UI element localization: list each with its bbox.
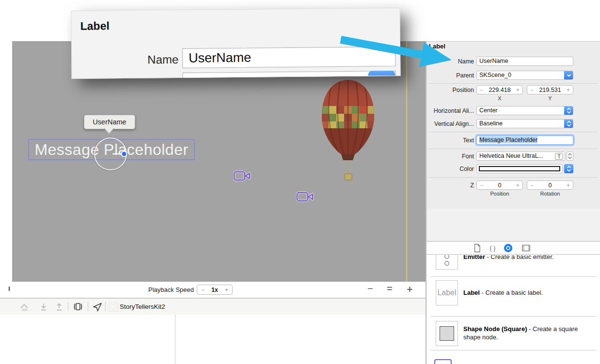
library-item-text: Emitter - Create a basic emitter. <box>463 255 585 261</box>
playback-bar: Playback Speed − 1x + − = + <box>0 282 426 298</box>
parent-dropdown[interactable]: SKScene_0 <box>476 71 573 80</box>
guide-line <box>406 41 407 282</box>
scene-thumbnail-icon <box>109 302 118 312</box>
overlay-name-label: Name <box>130 53 178 67</box>
playback-speed-label: Playback Speed <box>136 286 194 293</box>
x-caption: X <box>476 95 523 101</box>
z-rotation-stepper[interactable]: − 0 + <box>527 181 573 190</box>
increment-button[interactable]: + <box>565 182 570 189</box>
increment-button[interactable]: + <box>515 87 520 93</box>
parent-dropdown-button[interactable] <box>564 71 573 80</box>
action-editor-toolbar: StoryTellersKit2 <box>0 298 426 315</box>
popup-button[interactable] <box>564 106 573 115</box>
toolbar-divider <box>105 302 106 311</box>
zoom-actual-button[interactable]: = <box>387 283 393 294</box>
position-label: Position <box>427 87 474 93</box>
horizontal-alignment-popup[interactable]: Center <box>476 106 573 115</box>
library-item-label[interactable]: Label Label - Create a basic label. <box>426 277 600 307</box>
list-divider <box>430 316 597 317</box>
camera-icon[interactable] <box>296 190 316 204</box>
library-item-shape-node[interactable]: Shape Node (Square) - Create a square sh… <box>426 318 600 349</box>
file-template-library-icon[interactable] <box>473 243 482 253</box>
item-name: Shape Node (Square) <box>463 325 527 333</box>
decrement-button[interactable]: − <box>530 182 535 189</box>
inspector-empty-area <box>427 209 600 241</box>
timeline-area <box>0 315 426 364</box>
list-divider <box>430 350 597 350</box>
arrow-down-to-line-icon[interactable] <box>39 302 48 312</box>
label-thumb-text: Label <box>437 288 456 297</box>
font-field[interactable]: Helvetica Neue UltraL... T <box>476 152 565 161</box>
position-x-stepper[interactable]: − 229.418 + <box>476 85 523 94</box>
section-divider <box>428 177 598 178</box>
color-label: Color <box>427 166 474 172</box>
decrement-button[interactable]: − <box>480 182 485 189</box>
library-item-emitter[interactable]: Emitter - Create a basic emitter. <box>426 255 600 272</box>
callout-arrow <box>334 29 458 73</box>
item-desc: - Create a basic emitter. <box>487 255 553 260</box>
horizontal-alignment-value: Center <box>479 107 498 114</box>
tooltip-pointer <box>104 128 114 138</box>
color-dropdown-button[interactable] <box>564 164 573 173</box>
parent-label: Parent <box>427 72 474 79</box>
horizontal-alignment-label: Horizontal Ali... <box>427 107 474 114</box>
increment-button[interactable]: + <box>565 87 570 93</box>
position-y-value: 219.531 <box>535 87 565 93</box>
tooltip-text: UserName <box>93 118 126 126</box>
z-rotation-caption: Rotation <box>527 191 573 197</box>
camera-icon[interactable] <box>233 169 253 183</box>
speed-increment-button[interactable]: + <box>222 287 228 293</box>
zoom-in-button[interactable]: + <box>407 283 413 296</box>
item-name: Label <box>463 289 480 296</box>
overlay-title: Label <box>80 19 110 33</box>
zoom-out-button[interactable]: − <box>367 283 373 294</box>
expand-timeline-icon[interactable] <box>19 302 29 312</box>
chevron-up-down-icon <box>567 121 571 127</box>
breadcrumb-project[interactable]: StoryTellersKit2 <box>120 303 165 310</box>
label-thumbnail: Label <box>436 280 458 305</box>
text-input[interactable]: Message Placeholder <box>476 136 573 145</box>
increment-button[interactable]: + <box>515 182 520 189</box>
library-item-partial-thumbnail[interactable] <box>434 359 452 364</box>
section-divider <box>428 83 598 84</box>
versions-icon[interactable] <box>73 302 83 312</box>
font-value: Helvetica Neue UltraL... <box>479 152 543 159</box>
chevron-up-down-icon <box>568 153 572 159</box>
speed-decrement-button[interactable]: − <box>201 287 207 293</box>
code-snippet-library-icon[interactable]: { } <box>488 243 497 253</box>
popup-button[interactable] <box>564 119 573 128</box>
name-input[interactable]: UserName <box>476 57 573 66</box>
vertical-alignment-popup[interactable]: Baseline <box>476 119 573 128</box>
arrow-up-from-line-icon[interactable] <box>54 302 64 312</box>
chevron-up-down-icon <box>567 107 571 114</box>
decrement-button[interactable]: − <box>480 87 485 93</box>
svg-text:{ }: { } <box>489 244 496 252</box>
square-shape-icon <box>440 326 454 341</box>
decrement-button[interactable]: − <box>530 87 535 93</box>
toolbar-divider <box>88 302 88 311</box>
timeline-divider <box>175 315 175 364</box>
position-y-stepper[interactable]: − 219.531 + <box>527 85 573 94</box>
navigate-arrow-icon[interactable] <box>92 302 103 312</box>
balloon-sprite[interactable] <box>318 78 378 186</box>
z-position-caption: Position <box>476 191 523 197</box>
list-divider <box>430 276 597 277</box>
z-position-stepper[interactable]: − 0 + <box>476 181 523 190</box>
playback-speed-stepper[interactable]: − 1x + <box>197 285 233 295</box>
clipped-text-artifact <box>9 287 10 291</box>
font-panel-button[interactable]: T <box>555 153 563 160</box>
parent-value: SKScene_0 <box>479 72 511 78</box>
section-divider <box>428 149 598 149</box>
media-library-icon[interactable] <box>521 243 531 253</box>
color-well[interactable] <box>476 164 563 173</box>
item-name: Emitter <box>463 255 485 260</box>
item-desc: - Create a basic label. <box>482 289 543 296</box>
section-divider <box>428 132 598 132</box>
chevron-down-icon <box>567 74 571 77</box>
rotation-handle[interactable] <box>92 136 145 174</box>
name-value: UserName <box>479 58 508 64</box>
emitter-icon <box>442 255 452 268</box>
toolbar-divider <box>68 302 68 311</box>
object-library-icon-selected[interactable] <box>504 243 513 253</box>
font-stepper[interactable] <box>567 152 573 161</box>
